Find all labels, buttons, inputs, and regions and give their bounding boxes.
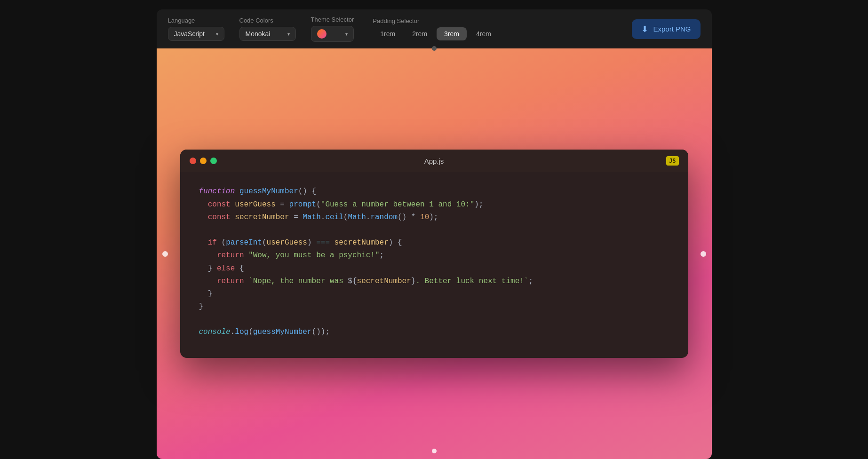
traffic-light-green[interactable]	[210, 158, 217, 164]
traffic-light-yellow[interactable]	[200, 158, 207, 164]
code-window: App.js JS function guessMyNumber() { con…	[180, 150, 688, 357]
code-titlebar: App.js JS	[180, 150, 688, 172]
chevron-down-icon-colors: ▾	[287, 32, 290, 37]
chevron-down-icon: ▾	[216, 32, 218, 37]
code-line-11	[199, 313, 669, 326]
toolbar: Language JavaScript ▾ Code Colors Monoka…	[157, 9, 712, 48]
code-line-3: const secretNumber = Math.ceil(Math.rand…	[199, 211, 669, 224]
code-line-10: }	[199, 301, 669, 313]
language-select[interactable]: JavaScript ▾	[168, 27, 224, 41]
padding-1rem[interactable]: 1rem	[373, 27, 403, 40]
toolbar-dot-indicator	[432, 46, 437, 51]
code-line-12: console.log(guessMyNumber());	[199, 326, 669, 339]
padding-4rem[interactable]: 4rem	[469, 27, 499, 40]
canvas-dot-left	[162, 251, 168, 257]
theme-group: Theme Selector ▾	[311, 16, 354, 42]
language-group: Language JavaScript ▾	[168, 17, 224, 41]
theme-color-swatch	[317, 29, 326, 39]
export-label: Export PNG	[653, 25, 691, 33]
code-line-1: function guessMyNumber() {	[199, 185, 669, 198]
download-icon: ⬇	[641, 24, 648, 34]
js-badge: JS	[666, 156, 678, 166]
colors-group: Code Colors Monokai ▾	[239, 17, 296, 41]
code-line-4	[199, 224, 669, 237]
theme-selector-button[interactable]: ▾	[311, 26, 354, 42]
padding-3rem[interactable]: 3rem	[437, 27, 467, 40]
traffic-lights	[190, 158, 217, 164]
code-line-2: const userGuess = prompt("Guess a number…	[199, 198, 669, 211]
window-title: App.js	[424, 157, 444, 165]
theme-label: Theme Selector	[311, 16, 354, 23]
canvas-dot-bottom	[432, 449, 437, 453]
colors-select[interactable]: Monokai ▾	[239, 27, 296, 41]
padding-2rem[interactable]: 2rem	[405, 27, 435, 40]
code-line-7: } else {	[199, 262, 669, 275]
code-line-6: return "Wow, you must be a psychic!";	[199, 249, 669, 262]
code-body: function guessMyNumber() { const userGue…	[180, 172, 688, 357]
code-line-8: return `Nope, the number was ${secretNum…	[199, 275, 669, 288]
code-line-5: if (parseInt(userGuess) === secretNumber…	[199, 237, 669, 249]
chevron-down-icon-theme: ▾	[345, 32, 348, 37]
language-label: Language	[168, 17, 224, 24]
colors-label: Code Colors	[239, 17, 296, 24]
colors-value: Monokai	[246, 30, 271, 38]
canvas-area: App.js JS function guessMyNumber() { con…	[157, 48, 712, 459]
code-line-9: }	[199, 288, 669, 301]
language-value: JavaScript	[174, 30, 205, 38]
padding-group: Padding Selector 1rem 2rem 3rem 4rem	[373, 17, 499, 40]
padding-options: 1rem 2rem 3rem 4rem	[373, 27, 499, 40]
canvas-dot-right	[701, 251, 706, 257]
traffic-light-red[interactable]	[190, 158, 196, 164]
padding-label: Padding Selector	[373, 17, 499, 24]
export-png-button[interactable]: ⬇ Export PNG	[632, 19, 700, 39]
